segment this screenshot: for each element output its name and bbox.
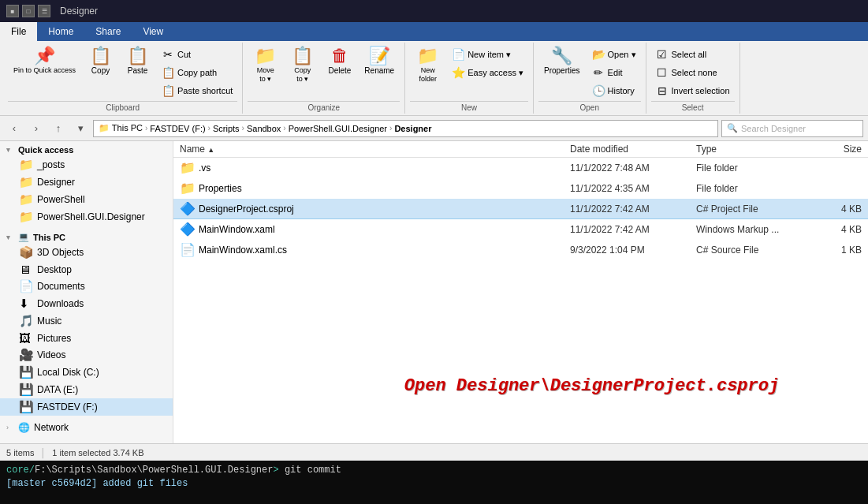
breadcrumb-thispc[interactable]: 📁 This PC bbox=[99, 123, 143, 133]
sidebar-item-powershell-gui[interactable]: 📁 PowerShell.GUI.Designer bbox=[0, 208, 173, 226]
posts-folder-icon: 📁 bbox=[19, 158, 33, 172]
file-date: 9/3/2022 1:04 PM bbox=[570, 245, 696, 256]
status-selected-info: 1 item selected 3.74 KB bbox=[52, 448, 143, 457]
file-date: 11/1/2022 7:42 AM bbox=[570, 203, 696, 215]
cut-icon: ✂ bbox=[162, 48, 174, 61]
sidebar-thispc-header[interactable]: ▾ 💻 This PC bbox=[0, 230, 173, 244]
new-item-button[interactable]: 📄 New item ▾ bbox=[447, 46, 528, 63]
open-buttons: 🔧 Properties 📂 Open ▾ ✏ Edit 🕒 History bbox=[538, 44, 641, 99]
col-date[interactable]: Date modified bbox=[570, 144, 696, 155]
videos-icon: 🎥 bbox=[19, 348, 33, 362]
copy-button[interactable]: 📋 Copy bbox=[83, 44, 118, 78]
new-buttons: 📁 Newfolder 📄 New item ▾ ⭐ Easy access ▾ bbox=[410, 44, 528, 99]
edit-button[interactable]: ✏ Edit bbox=[587, 64, 641, 81]
file-date: 11/1/2022 4:35 AM bbox=[570, 183, 696, 194]
terminal-gt: > bbox=[273, 465, 284, 476]
history-button[interactable]: 🕒 History bbox=[587, 82, 641, 99]
title-bar-icons: ■ □ ☰ bbox=[6, 5, 50, 17]
easy-access-button[interactable]: ⭐ Easy access ▾ bbox=[447, 64, 528, 81]
breadcrumb-scripts[interactable]: Scripts bbox=[213, 124, 240, 133]
breadcrumb-designer[interactable]: Designer bbox=[394, 124, 431, 133]
col-type[interactable]: Type bbox=[696, 144, 807, 155]
delete-button[interactable]: 🗑 Delete bbox=[322, 44, 357, 78]
sidebar-item-pictures[interactable]: 🖼 Pictures bbox=[0, 330, 173, 346]
tab-share[interactable]: Share bbox=[84, 22, 132, 41]
select-all-button[interactable]: ☑ Select all bbox=[651, 46, 735, 63]
forward-button[interactable]: › bbox=[27, 119, 46, 138]
breadcrumb-fastdev[interactable]: FASTDEV (F:) bbox=[150, 124, 205, 133]
file-row[interactable]: 📄 MainWindow.xaml.cs 9/3/2022 1:04 PM C#… bbox=[173, 240, 868, 260]
quick-access-chevron: ▾ bbox=[6, 146, 14, 154]
tab-file[interactable]: File bbox=[0, 22, 37, 41]
move-to-button[interactable]: 📁 Moveto ▾ bbox=[248, 44, 283, 87]
pin-quick-access-button[interactable]: 📌 Pin to Quick access bbox=[8, 44, 81, 78]
sidebar-item-documents[interactable]: 📄 Documents bbox=[0, 278, 173, 295]
copy-to-button[interactable]: 📋 Copyto ▾ bbox=[285, 44, 320, 87]
ribbon-group-new: 📁 Newfolder 📄 New item ▾ ⭐ Easy access ▾… bbox=[405, 43, 534, 114]
sidebar-item-datae[interactable]: 💾 DATA (E:) bbox=[0, 381, 173, 398]
breadcrumb-powershell-gui[interactable]: PowerShell.GUI.Designer bbox=[289, 124, 387, 133]
select-none-icon: ☐ bbox=[656, 66, 669, 79]
file-type: Windows Markup ... bbox=[696, 224, 807, 235]
recent-button[interactable]: ▾ bbox=[71, 119, 90, 138]
sidebar: ▾ Quick access 📁 _posts 📁 Designer 📁 Pow… bbox=[0, 141, 173, 443]
search-box[interactable]: 🔍 Search Designer bbox=[721, 120, 863, 137]
col-size[interactable]: Size bbox=[807, 144, 862, 155]
copy-path-button[interactable]: 📋 Copy path bbox=[157, 64, 237, 81]
sidebar-item-3dobjects[interactable]: 📦 3D Objects bbox=[0, 244, 173, 261]
file-type: File folder bbox=[696, 162, 807, 174]
sidebar-item-desktop[interactable]: 🖥 Desktop bbox=[0, 261, 173, 278]
sidebar-item-powershell-gui-label: PowerShell.GUI.Designer bbox=[37, 211, 145, 222]
sidebar-item-music[interactable]: 🎵 Music bbox=[0, 312, 173, 330]
rename-button[interactable]: 📝 Rename bbox=[359, 44, 400, 78]
main-area: ▾ Quick access 📁 _posts 📁 Designer 📁 Pow… bbox=[0, 141, 868, 443]
sidebar-item-powershell[interactable]: 📁 PowerShell bbox=[0, 191, 173, 208]
sep-4: › bbox=[283, 124, 285, 133]
sidebar-item-videos[interactable]: 🎥 Videos bbox=[0, 346, 173, 364]
paste-button[interactable]: 📋 Paste bbox=[120, 44, 155, 78]
paste-shortcut-icon: 📋 bbox=[162, 84, 174, 97]
pin-icon: 📌 bbox=[34, 47, 55, 65]
breadcrumb-sandbox[interactable]: Sandbox bbox=[247, 124, 281, 133]
up-button[interactable]: ↑ bbox=[49, 119, 68, 138]
address-bar[interactable]: 📁 This PC › FASTDEV (F:) › Scripts › San… bbox=[93, 120, 718, 137]
select-none-button[interactable]: ☐ Select none bbox=[651, 64, 735, 81]
sidebar-thispc-section: ▾ 💻 This PC 📦 3D Objects 🖥 Desktop 📄 Doc… bbox=[0, 228, 173, 418]
sidebar-item-downloads[interactable]: ⬇ Downloads bbox=[0, 295, 173, 312]
select-small-buttons: ☑ Select all ☐ Select none ⊟ Invert sele… bbox=[651, 44, 735, 99]
sidebar-quick-access-section: ▾ Quick access 📁 _posts 📁 Designer 📁 Pow… bbox=[0, 141, 173, 228]
file-rows-container: 📁 .vs 11/1/2022 7:48 AM File folder 📁 Pr… bbox=[173, 158, 868, 260]
invert-selection-icon: ⊟ bbox=[656, 84, 669, 97]
invert-selection-button[interactable]: ⊟ Invert selection bbox=[651, 82, 735, 99]
file-type: C# Source File bbox=[696, 245, 807, 256]
3dobjects-icon: 📦 bbox=[19, 245, 33, 259]
new-folder-button[interactable]: 📁 Newfolder bbox=[410, 44, 445, 87]
file-row[interactable]: 📁 Properties 11/1/2022 4:35 AM File fold… bbox=[173, 178, 868, 199]
file-row[interactable]: 🔷 MainWindow.xaml 11/1/2022 7:42 AM Wind… bbox=[173, 219, 868, 240]
file-row[interactable]: 📁 .vs 11/1/2022 7:48 AM File folder bbox=[173, 158, 868, 178]
col-name[interactable]: Name ▲ bbox=[180, 144, 570, 155]
sidebar-network-header[interactable]: › 🌐 Network bbox=[0, 420, 173, 435]
ribbon-tabs: File Home Share View bbox=[0, 22, 868, 41]
sidebar-item-designer[interactable]: 📁 Designer bbox=[0, 174, 173, 191]
history-icon: 🕒 bbox=[592, 84, 605, 97]
sep-5: › bbox=[389, 124, 392, 133]
sidebar-quick-access-header[interactable]: ▾ Quick access bbox=[0, 144, 173, 156]
fastdev-icon: 💾 bbox=[19, 400, 33, 414]
file-name: Properties bbox=[199, 183, 570, 194]
open-button[interactable]: 📂 Open ▾ bbox=[587, 46, 641, 63]
sidebar-item-fastdev[interactable]: 💾 FASTDEV (F:) bbox=[0, 398, 173, 416]
sidebar-item-posts[interactable]: 📁 _posts bbox=[0, 156, 173, 174]
tab-home[interactable]: Home bbox=[37, 22, 84, 41]
documents-icon: 📄 bbox=[19, 279, 33, 293]
file-row[interactable]: 🔷 DesignerProject.csproj 11/1/2022 7:42 … bbox=[173, 199, 868, 219]
paste-shortcut-button[interactable]: 📋 Paste shortcut bbox=[157, 82, 237, 99]
cut-button[interactable]: ✂ Cut bbox=[157, 46, 237, 63]
properties-button[interactable]: 🔧 Properties bbox=[538, 44, 586, 78]
sidebar-item-localdisk[interactable]: 💾 Local Disk (C:) bbox=[0, 364, 173, 381]
back-button[interactable]: ‹ bbox=[5, 119, 24, 138]
tab-view[interactable]: View bbox=[132, 22, 174, 41]
new-item-icon: 📄 bbox=[452, 48, 464, 61]
sidebar-item-datae-label: DATA (E:) bbox=[37, 384, 78, 395]
sidebar-item-powershell-label: PowerShell bbox=[37, 194, 85, 205]
